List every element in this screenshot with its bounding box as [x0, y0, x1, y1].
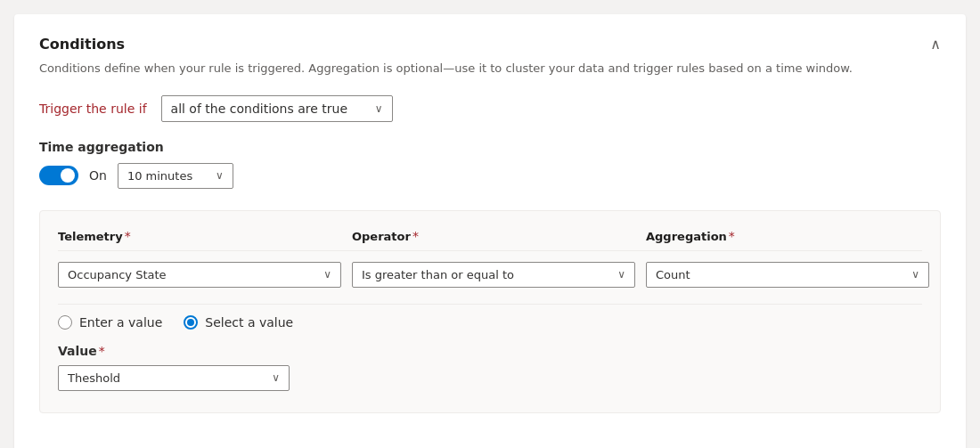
aggregation-title: Time aggregation — [39, 140, 941, 154]
operator-chevron-icon: ∨ — [617, 268, 625, 281]
radio-select-value[interactable]: Select a value — [184, 315, 293, 330]
section-description: Conditions define when your rule is trig… — [39, 60, 941, 77]
aggregation-chevron-icon: ∨ — [911, 268, 919, 281]
section-title: Conditions — [39, 36, 125, 53]
toggle-thumb — [61, 168, 75, 183]
aggregation-header-cell: Aggregation* — [646, 229, 940, 243]
condition-box: Telemetry* Operator* Aggregation* Occupa… — [39, 210, 941, 413]
toggle-row: On 10 minutes ∨ — [39, 163, 941, 189]
time-window-value: 10 minutes — [127, 169, 192, 183]
radio-enter-circle — [58, 315, 72, 330]
telemetry-required-star: * — [125, 229, 131, 243]
value-section: Enter a value Select a value Value* Thes… — [58, 304, 922, 391]
radio-row: Enter a value Select a value — [58, 315, 922, 330]
value-field-label: Value — [58, 344, 97, 358]
aggregation-section: Time aggregation On 10 minutes ∨ — [39, 140, 941, 189]
toggle-on-label: On — [89, 168, 107, 183]
trigger-select-value: all of the conditions are true — [171, 102, 347, 116]
radio-select-label: Select a value — [205, 315, 293, 330]
condition-fields-header: Telemetry* Operator* Aggregation* — [58, 229, 922, 243]
aggregation-select[interactable]: Count ∨ — [646, 262, 929, 288]
trigger-label: Trigger the rule if — [39, 102, 147, 116]
radio-select-circle — [184, 315, 198, 330]
operator-label: Operator — [352, 230, 411, 243]
telemetry-header-cell: Telemetry* — [58, 229, 352, 243]
time-window-chevron-icon: ∨ — [216, 169, 224, 182]
condition-fields-row: Occupancy State ∨ Is greater than or equ… — [58, 250, 922, 288]
telemetry-field-cell: Occupancy State ∨ — [58, 262, 352, 288]
operator-select-value: Is greater than or equal to — [362, 268, 514, 281]
operator-required-star: * — [412, 229, 419, 243]
section-header: Conditions ∧ — [39, 36, 941, 53]
toggle-track — [39, 166, 78, 185]
telemetry-select[interactable]: Occupancy State ∨ — [58, 262, 341, 288]
value-chevron-icon: ∨ — [272, 371, 280, 384]
time-window-select[interactable]: 10 minutes ∨ — [118, 163, 233, 189]
aggregation-toggle[interactable] — [39, 166, 78, 185]
value-select-value: Theshold — [68, 371, 120, 385]
aggregation-select-value: Count — [656, 268, 690, 281]
operator-field-cell: Is greater than or equal to ∨ — [352, 262, 646, 288]
aggregation-required-star: * — [729, 229, 735, 243]
collapse-icon[interactable]: ∧ — [930, 36, 941, 53]
telemetry-chevron-icon: ∨ — [323, 268, 331, 281]
radio-enter-value[interactable]: Enter a value — [58, 315, 162, 330]
telemetry-select-value: Occupancy State — [68, 268, 167, 281]
trigger-row: Trigger the rule if all of the condition… — [39, 95, 941, 122]
value-label-row: Value* — [58, 344, 922, 358]
radio-enter-label: Enter a value — [79, 315, 162, 330]
trigger-select[interactable]: all of the conditions are true ∨ — [161, 95, 393, 122]
conditions-panel: Conditions ∧ Conditions define when your… — [14, 14, 966, 448]
operator-header-cell: Operator* — [352, 229, 646, 243]
value-select[interactable]: Theshold ∨ — [58, 365, 290, 391]
telemetry-label: Telemetry — [58, 230, 123, 243]
aggregation-col-label: Aggregation — [646, 230, 727, 243]
aggregation-field-cell: Count ∨ — [646, 262, 940, 288]
operator-select[interactable]: Is greater than or equal to ∨ — [352, 262, 635, 288]
value-required-star: * — [99, 344, 105, 358]
trigger-select-chevron-icon: ∨ — [375, 102, 383, 115]
